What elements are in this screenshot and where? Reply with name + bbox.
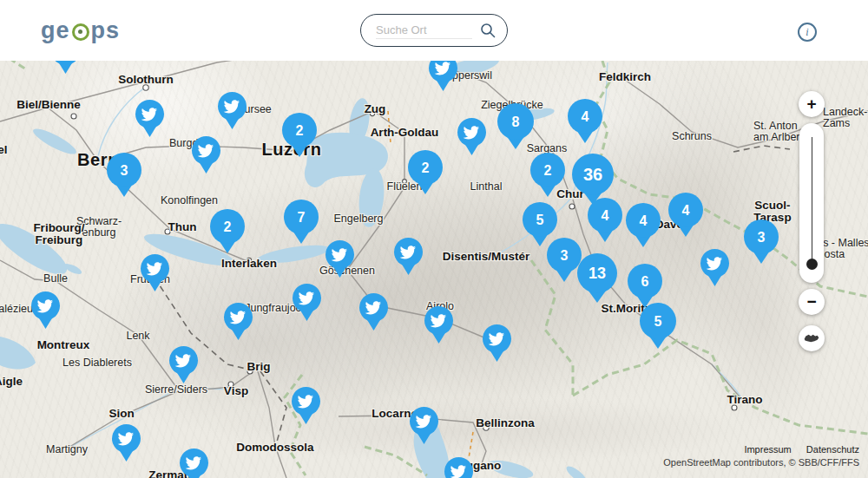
app-header: geps i [0, 0, 868, 61]
logo-o-dot [78, 29, 82, 34]
cluster-marker-2[interactable]: 2 [207, 207, 248, 257]
search-input[interactable] [376, 22, 472, 39]
twitter-marker[interactable] [356, 291, 391, 334]
map-copyright: OpenStreetMap contributors, © SBB/CFF/FF… [663, 456, 859, 469]
logo-text-pre: ge [41, 17, 70, 44]
twitter-marker[interactable] [137, 252, 173, 295]
cluster-count: 3 [561, 248, 569, 263]
cluster-count: 4 [602, 208, 609, 223]
geops-logo[interactable]: geps [41, 17, 120, 44]
cluster-marker-4[interactable]: 4 [564, 97, 606, 147]
cluster-count: 13 [589, 265, 606, 282]
twitter-marker[interactable] [28, 290, 63, 332]
cluster-count: 2 [422, 160, 430, 175]
cluster-marker-8[interactable]: 8 [494, 101, 537, 153]
cluster-count: 3 [121, 163, 128, 178]
cluster-count: 2 [224, 219, 232, 234]
cluster-marker-3[interactable]: 3 [740, 218, 782, 267]
cluster-count: 3 [758, 230, 766, 245]
search-icon[interactable] [479, 22, 496, 39]
zoom-out-button[interactable]: − [799, 289, 825, 315]
cluster-count: 2 [544, 163, 552, 178]
twitter-marker[interactable] [406, 405, 442, 448]
twitter-marker[interactable] [421, 304, 457, 347]
geops-map-app: SolothurnBiel/BienneNeuchâtelBernLuzernZ… [0, 0, 868, 478]
twitter-marker[interactable] [289, 282, 325, 324]
cluster-marker-4[interactable]: 4 [622, 201, 664, 251]
twitter-marker[interactable] [479, 323, 515, 365]
cluster-count: 5 [654, 314, 662, 329]
twitter-marker[interactable] [220, 301, 256, 344]
cluster-marker-13[interactable]: 13 [574, 252, 621, 306]
twitter-marker[interactable] [176, 447, 212, 478]
zoom-in-button[interactable]: + [799, 91, 825, 117]
map-attribution: Impressum Datenschutz OpenStreetMap cont… [663, 443, 859, 469]
map-canvas[interactable]: SolothurnBiel/BienneNeuchâtelBernLuzernZ… [0, 0, 868, 478]
cluster-marker-5[interactable]: 5 [636, 301, 680, 352]
cluster-count: 4 [640, 213, 648, 228]
cluster-count: 4 [682, 203, 690, 218]
info-icon: i [806, 26, 808, 38]
cluster-marker-4[interactable]: 4 [665, 191, 707, 240]
cluster-marker-2[interactable]: 2 [527, 151, 569, 200]
search-box [360, 14, 508, 47]
cluster-count: 5 [536, 213, 544, 227]
cluster-count: 8 [512, 115, 520, 129]
logo-text-post: ps [91, 17, 121, 44]
cluster-marker-7[interactable]: 7 [280, 198, 322, 247]
zoom-slider-track-line [812, 137, 812, 265]
twitter-marker[interactable] [108, 422, 144, 465]
zoom-slider[interactable] [799, 123, 824, 283]
cluster-marker-3[interactable]: 3 [103, 151, 145, 200]
twitter-marker[interactable] [697, 247, 733, 290]
twitter-marker[interactable] [166, 344, 201, 387]
datenschutz-link[interactable]: Datenschutz [806, 444, 859, 455]
zoom-slider-knob[interactable] [806, 259, 818, 270]
cluster-count: 2 [296, 123, 304, 138]
map-markers-layer: 48223236447542331365 [0, 0, 868, 478]
logo-o-ring [72, 23, 89, 41]
twitter-marker[interactable] [441, 455, 477, 478]
cluster-count: 7 [298, 210, 306, 225]
cluster-marker-2[interactable]: 2 [404, 148, 446, 198]
twitter-marker[interactable] [454, 116, 490, 159]
twitter-marker[interactable] [288, 385, 324, 428]
info-button[interactable]: i [798, 23, 817, 42]
impressum-link[interactable]: Impressum [744, 444, 791, 455]
twitter-marker[interactable] [391, 236, 426, 278]
twitter-marker[interactable] [132, 98, 168, 141]
cluster-marker-4[interactable]: 4 [584, 196, 626, 246]
cluster-count: 36 [583, 165, 602, 184]
cluster-count: 6 [641, 274, 649, 289]
switzerland-icon [803, 333, 820, 344]
twitter-marker[interactable] [188, 134, 224, 177]
twitter-marker[interactable] [214, 90, 250, 133]
twitter-marker[interactable] [322, 239, 358, 281]
cluster-marker-2[interactable]: 2 [279, 111, 320, 160]
cluster-count: 4 [582, 109, 589, 124]
map-zoom-controls: + − [799, 91, 825, 351]
switzerland-extent-button[interactable] [799, 325, 825, 351]
